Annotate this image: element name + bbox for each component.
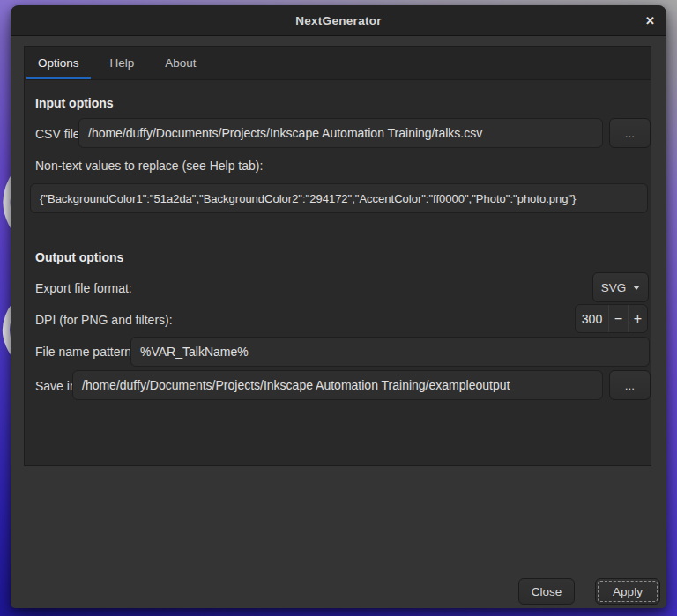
file-name-pattern-label: File name pattern: — [35, 345, 135, 359]
dpi-label: DPI (for PNG and filters): — [35, 313, 173, 327]
export-format-dropdown[interactable]: SVG — [592, 272, 649, 302]
nontext-values-input[interactable]: {"BackgroundColor1":"51a2da","Background… — [30, 183, 648, 213]
close-icon[interactable]: ✕ — [645, 15, 655, 26]
input-options-heading: Input options — [35, 96, 114, 110]
csv-file-input[interactable]: /home/duffy/Documents/Projects/Inkscape … — [78, 118, 603, 148]
titlebar[interactable]: NextGenerator ✕ — [11, 5, 666, 36]
csv-file-label: CSV file: — [35, 127, 83, 141]
minus-icon[interactable]: − — [608, 305, 628, 332]
tab-options[interactable]: Options — [26, 47, 91, 79]
tab-help[interactable]: Help — [99, 47, 146, 79]
dpi-spinbutton[interactable]: 300 − + — [575, 304, 648, 333]
options-page: Input options CSV file: /home/duffy/Docu… — [25, 80, 651, 466]
export-format-value: SVG — [601, 281, 627, 294]
output-options-heading: Output options — [35, 250, 123, 264]
apply-button[interactable]: Apply — [595, 578, 660, 605]
plus-icon[interactable]: + — [628, 305, 647, 332]
nextgenerator-dialog: NextGenerator ✕ Options Help About Input… — [11, 5, 666, 608]
dpi-value[interactable]: 300 — [576, 305, 608, 332]
tab-bar: Options Help About — [25, 47, 651, 80]
tab-about[interactable]: About — [153, 47, 207, 79]
settings-notebook: Options Help About Input options CSV fil… — [24, 46, 651, 466]
save-in-input[interactable]: /home/duffy/Documents/Projects/Inkscape … — [72, 370, 603, 400]
tab-options-label: Options — [38, 56, 79, 70]
csv-browse-button[interactable]: ... — [609, 118, 651, 148]
export-format-label: Export file format: — [35, 281, 132, 295]
tab-help-label: Help — [110, 56, 135, 70]
save-in-browse-button[interactable]: ... — [609, 370, 651, 400]
close-button[interactable]: Close — [518, 578, 575, 605]
nontext-values-label: Non-text values to replace (see Help tab… — [35, 159, 263, 173]
window-title: NextGenerator — [295, 14, 382, 27]
chevron-down-icon — [633, 286, 640, 290]
tab-about-label: About — [165, 56, 196, 70]
file-name-pattern-input[interactable]: %VAR_TalkName% — [130, 337, 650, 367]
